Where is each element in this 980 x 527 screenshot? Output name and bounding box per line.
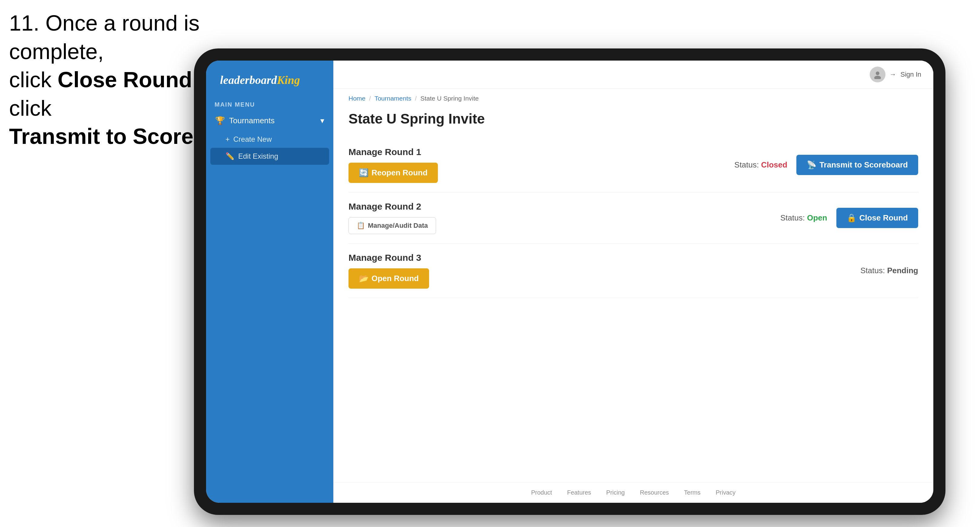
avatar <box>870 67 885 83</box>
sign-in-label[interactable]: Sign In <box>900 71 921 78</box>
edit-icon: ✏️ <box>226 152 235 160</box>
manage-audit-data-button[interactable]: 📋 Manage/Audit Data <box>348 217 436 234</box>
reopen-round-label: Reopen Round <box>372 168 428 178</box>
sidebar: leaderboardKing MAIN MENU 🏆 Tournaments … <box>206 60 333 503</box>
sidebar-tournaments-label: Tournaments <box>229 116 275 125</box>
transmit-icon: 📡 <box>807 160 816 170</box>
logo-king: King <box>277 74 300 86</box>
round-2-right: Status: Open 🔒 Close Round <box>780 208 918 228</box>
logo-leaderboard: leaderboard <box>220 74 277 86</box>
transmit-to-scoreboard-button[interactable]: 📡 Transmit to Scoreboard <box>796 155 918 175</box>
open-round-label: Open Round <box>372 274 419 283</box>
round-1-status-value: Closed <box>761 160 787 169</box>
instruction-line1: 11. Once a round is complete, <box>9 11 199 63</box>
sidebar-logo: leaderboardKing <box>206 60 333 96</box>
page-content: State U Spring Invite Manage Round 1 🔄 R… <box>333 105 933 482</box>
breadcrumb-sep2: / <box>415 95 417 102</box>
reopen-icon: 🔄 <box>359 168 369 178</box>
svg-point-2 <box>876 71 880 75</box>
footer-pricing[interactable]: Pricing <box>606 489 625 496</box>
breadcrumb-current: State U Spring Invite <box>420 95 479 102</box>
round-2-left: Manage Round 2 📋 Manage/Audit Data <box>348 202 436 234</box>
chevron-down-icon: ▾ <box>320 116 324 125</box>
tablet-screen: leaderboardKing MAIN MENU 🏆 Tournaments … <box>206 60 933 503</box>
round-card-2: Manage Round 2 📋 Manage/Audit Data Statu… <box>348 192 918 243</box>
footer: Product Features Pricing Resources Terms… <box>333 482 933 503</box>
open-round-icon: 📂 <box>359 274 369 283</box>
close-round-label: Close Round <box>859 213 908 222</box>
svg-point-3 <box>874 76 881 79</box>
round-1-left: Manage Round 1 🔄 Reopen Round <box>348 147 438 183</box>
footer-terms[interactable]: Terms <box>684 489 700 496</box>
page-title: State U Spring Invite <box>348 111 918 127</box>
plus-icon: + <box>226 135 230 144</box>
sign-in-area[interactable]: → Sign In <box>870 67 921 83</box>
round-card-3: Manage Round 3 📂 Open Round Status: Pend… <box>348 243 918 298</box>
round-3-title: Manage Round 3 <box>348 252 429 263</box>
round-2-status-value: Open <box>807 213 827 222</box>
sidebar-sub-create-new[interactable]: + Create New <box>210 131 329 148</box>
app-layout: leaderboardKing MAIN MENU 🏆 Tournaments … <box>206 60 933 503</box>
open-round-button[interactable]: 📂 Open Round <box>348 268 429 289</box>
instruction-line2: click <box>9 68 57 92</box>
sign-in-arrow-icon: → <box>890 71 896 78</box>
footer-privacy[interactable]: Privacy <box>716 489 736 496</box>
logo-text: leaderboardKing <box>220 74 300 86</box>
breadcrumb: Home / Tournaments / State U Spring Invi… <box>333 89 933 105</box>
round-3-left: Manage Round 3 📂 Open Round <box>348 252 429 289</box>
round-3-status-value: Pending <box>887 266 918 275</box>
sidebar-edit-existing-label: Edit Existing <box>238 152 278 160</box>
close-round-button[interactable]: 🔒 Close Round <box>836 208 918 228</box>
close-round-icon: 🔒 <box>847 213 856 222</box>
instruction-bold1: Close Round <box>57 68 192 92</box>
round-1-status: Status: Closed <box>734 160 787 170</box>
round-3-right: Status: Pending <box>860 266 918 275</box>
main-menu-label: MAIN MENU <box>206 96 333 111</box>
breadcrumb-sep1: / <box>369 95 371 102</box>
sidebar-item-tournaments[interactable]: 🏆 Tournaments ▾ <box>210 111 329 131</box>
sidebar-nav: 🏆 Tournaments ▾ + Create New ✏️ Edit Exi… <box>206 111 333 165</box>
reopen-round-button[interactable]: 🔄 Reopen Round <box>348 163 438 183</box>
main-content: → Sign In Home / Tournaments / State U S… <box>333 60 933 503</box>
audit-icon: 📋 <box>357 222 365 230</box>
trophy-icon: 🏆 <box>215 116 225 125</box>
footer-features[interactable]: Features <box>567 489 591 496</box>
transmit-scoreboard-label: Transmit to Scoreboard <box>819 160 908 170</box>
breadcrumb-home[interactable]: Home <box>348 95 366 102</box>
footer-resources[interactable]: Resources <box>640 489 669 496</box>
sidebar-create-new-label: Create New <box>233 135 272 144</box>
round-2-title: Manage Round 2 <box>348 202 436 212</box>
top-bar: → Sign In <box>333 60 933 89</box>
round-card-1: Manage Round 1 🔄 Reopen Round Status: Cl… <box>348 138 918 192</box>
sidebar-item-tournaments-left: 🏆 Tournaments <box>215 116 275 125</box>
breadcrumb-tournaments[interactable]: Tournaments <box>375 95 411 102</box>
logo-box: leaderboardKing <box>215 70 305 90</box>
round-2-status: Status: Open <box>780 213 827 222</box>
tablet-device: leaderboardKing MAIN MENU 🏆 Tournaments … <box>194 48 945 515</box>
round-3-status: Status: Pending <box>860 266 918 275</box>
sidebar-sub-edit-existing[interactable]: ✏️ Edit Existing <box>210 148 329 165</box>
round-1-right: Status: Closed 📡 Transmit to Scoreboard <box>734 155 918 175</box>
footer-product[interactable]: Product <box>531 489 552 496</box>
manage-audit-label: Manage/Audit Data <box>368 222 428 230</box>
round-1-title: Manage Round 1 <box>348 147 438 157</box>
